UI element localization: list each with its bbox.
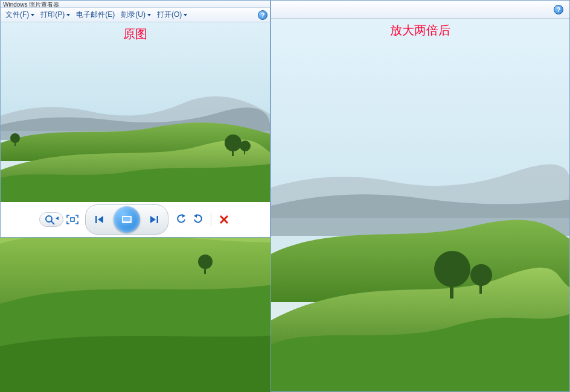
next-button[interactable]	[142, 212, 165, 227]
svg-marker-9	[56, 217, 59, 220]
svg-point-1	[225, 134, 242, 151]
svg-rect-2	[232, 149, 234, 156]
image-viewport-enlarged: 放大两倍后	[271, 19, 569, 391]
help-icon[interactable]: ?	[554, 5, 563, 14]
window-title: Windows 照片查看器	[3, 1, 59, 8]
menu-print-label: 打印(P)	[40, 10, 65, 20]
chevron-down-icon	[147, 14, 151, 16]
menu-open[interactable]: 打开(O)	[155, 8, 190, 21]
viewer-toolbar	[1, 202, 270, 237]
chevron-down-icon	[184, 14, 187, 16]
slideshow-button[interactable]	[114, 206, 140, 233]
menu-email[interactable]: 电子邮件(E)	[74, 8, 117, 21]
svg-rect-16	[156, 216, 158, 223]
help-glyph: ?	[261, 11, 265, 19]
photo-viewer-window-original: Windows 照片查看器 文件(F) 打印(P) 电子邮件(E) 刻录(U) …	[0, 0, 271, 238]
image-viewport-original: 原图	[1, 22, 270, 202]
previous-button[interactable]	[88, 212, 111, 227]
chevron-down-icon	[66, 14, 70, 16]
window-titlebar: Windows 照片查看器	[1, 1, 270, 8]
svg-rect-11	[95, 216, 97, 223]
svg-rect-10	[71, 218, 74, 221]
landscape-photo-enlarged-right	[271, 19, 569, 391]
menu-file-label: 文件(F)	[5, 10, 29, 20]
svg-point-22	[434, 251, 470, 287]
svg-rect-25	[479, 283, 482, 294]
menu-print[interactable]: 打印(P)	[38, 8, 72, 21]
svg-point-24	[470, 264, 492, 286]
chevron-down-icon	[31, 14, 34, 16]
menu-open-label: 打开(O)	[157, 10, 182, 20]
menu-email-label: 电子邮件(E)	[76, 10, 115, 20]
svg-rect-23	[450, 283, 453, 299]
svg-line-8	[51, 221, 54, 224]
svg-point-7	[46, 216, 52, 222]
svg-rect-6	[14, 141, 16, 146]
photo-viewer-window-enlarged: ? 放大两倍后	[271, 0, 570, 392]
fit-to-window-button[interactable]	[65, 212, 80, 227]
svg-marker-17	[182, 214, 185, 218]
svg-marker-18	[194, 214, 197, 218]
svg-marker-15	[150, 216, 156, 223]
navigation-group	[85, 204, 168, 235]
menu-burn-label: 刻录(U)	[121, 10, 146, 20]
svg-rect-4	[244, 149, 245, 154]
svg-rect-14	[123, 217, 130, 221]
help-glyph: ?	[557, 6, 561, 13]
delete-button[interactable]	[216, 212, 232, 227]
rotate-left-button[interactable]	[173, 212, 189, 227]
menubar: 文件(F) 打印(P) 电子邮件(E) 刻录(U) 打开(O) ?	[1, 8, 270, 22]
landscape-photo	[1, 22, 270, 202]
rotate-right-button[interactable]	[190, 212, 206, 227]
menu-file[interactable]: 文件(F)	[3, 8, 37, 21]
help-icon[interactable]: ?	[258, 10, 267, 20]
menubar-right: ?	[271, 1, 569, 19]
menu-burn[interactable]: 刻录(U)	[118, 8, 153, 21]
separator	[211, 213, 211, 226]
zoom-button[interactable]	[39, 212, 63, 227]
svg-rect-32	[204, 267, 206, 274]
svg-marker-12	[98, 216, 103, 223]
